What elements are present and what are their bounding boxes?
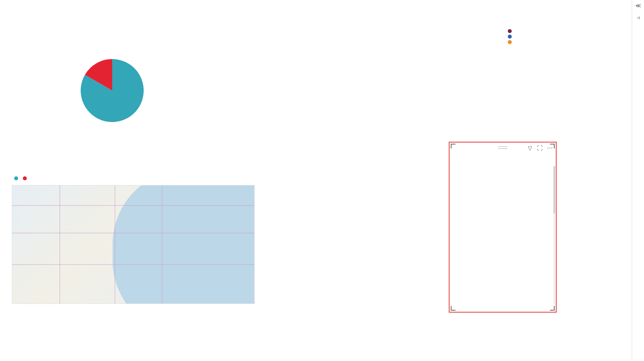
- legend-dot-new: [14, 176, 18, 180]
- map-visual[interactable]: [12, 185, 255, 304]
- focus-mode-icon[interactable]: ⛶: [537, 145, 542, 151]
- more-options-icon[interactable]: ⋯: [547, 145, 553, 151]
- legend-dot: [508, 40, 512, 44]
- legend-dot-same: [23, 176, 27, 180]
- collapse-filters-icon[interactable]: ≪: [635, 2, 641, 9]
- filter-icon[interactable]: ▽: [528, 145, 532, 151]
- pie-chart[interactable]: [47, 47, 177, 135]
- bar-legend: [508, 28, 514, 44]
- bar-chart[interactable]: [280, 30, 501, 132]
- slicer-scrollbar[interactable]: [553, 166, 555, 304]
- legend-dot: [508, 29, 512, 33]
- scatter-chart[interactable]: [268, 161, 441, 319]
- resize-handle[interactable]: [451, 306, 455, 311]
- resize-handle[interactable]: [451, 144, 455, 148]
- drag-handle-icon[interactable]: [498, 146, 507, 149]
- bookmark-icon[interactable]: ◃: [637, 14, 640, 20]
- legend-dot: [508, 35, 512, 39]
- resize-handle[interactable]: [550, 306, 555, 311]
- ocean-shape: [113, 185, 255, 304]
- dm-slicer-visual[interactable]: ▽ ⛶ ⋯: [449, 142, 557, 313]
